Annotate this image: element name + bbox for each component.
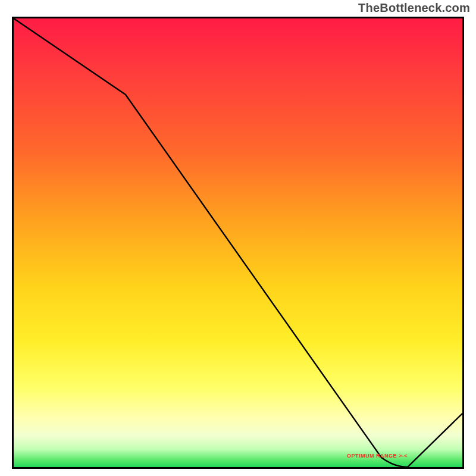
watermark-text: TheBottleneck.com [358,1,470,15]
bottleneck-curve [14,18,462,467]
plot-area: OPTIMUM RANGE >-< [12,17,464,469]
chart-canvas: TheBottleneck.com OPTIMUM RANGE >-< [0,0,476,476]
curve-path [14,18,462,467]
optimum-range-label: OPTIMUM RANGE >-< [347,453,408,459]
